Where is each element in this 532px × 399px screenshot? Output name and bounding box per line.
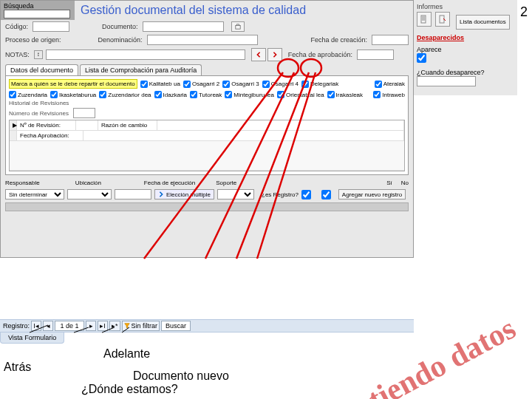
nav-new-record-button[interactable]: ▸*: [109, 321, 120, 331]
titlebar: Búsqueda Gestión documental del sistema …: [1, 1, 413, 20]
notas-label: NOTAS:: [5, 51, 30, 58]
panel-reparto: Marca a quién se le debe repartir el doc…: [5, 75, 409, 175]
si-checkbox[interactable]: [301, 190, 311, 200]
informes-label: Informes: [417, 3, 514, 10]
registro-label: Registro:: [3, 322, 30, 330]
gray-strip: [5, 202, 409, 211]
ck-kalitate[interactable]: Kalitateb ua: [140, 81, 180, 88]
fecha-creacion-label: Fecha de creación:: [310, 36, 367, 44]
aparece-label: Aparece: [417, 46, 514, 53]
cuando-field[interactable]: [417, 76, 476, 86]
report-icon-1[interactable]: [417, 12, 432, 27]
right-panel: Informes Lista documentos Desaparecidos …: [414, 0, 517, 95]
lista-docs-button[interactable]: Lista documentos: [456, 15, 510, 30]
no-checkbox[interactable]: [321, 190, 331, 200]
ck-idazkaria[interactable]: Idazkaria: [154, 91, 187, 98]
aparece-checkbox[interactable]: [417, 53, 426, 63]
documento-label: Documento:: [102, 23, 138, 30]
ck-delegariak[interactable]: Delegariak: [301, 81, 338, 88]
bottom-row: Responsable Ubicación Fecha de ejecución…: [1, 178, 413, 188]
notas-field[interactable]: [46, 50, 245, 60]
nav-first-button[interactable]: I◂: [31, 321, 41, 331]
si-label: Sí: [386, 180, 392, 186]
doc-open-icon[interactable]: [231, 21, 245, 32]
ck-zuzendaria[interactable]: Zuzendaria: [9, 91, 47, 98]
fecha-aprobacion-label: Fecha de aprobación:: [288, 51, 352, 58]
rev-razon-field[interactable]: [157, 120, 404, 130]
row-proceso: Proceso de origen: Denominación: Fecha d…: [1, 33, 413, 47]
fecha-ejec-field[interactable]: [115, 189, 151, 200]
annotation-atras: Atrás: [4, 361, 31, 374]
ck-orientatzai[interactable]: Orientatzai lea: [277, 91, 324, 98]
documento-field[interactable]: [143, 21, 224, 32]
search-area: Búsqueda: [1, 1, 75, 20]
annotation-donde: ¿Dónde estamos?: [81, 383, 178, 396]
row-codigo: Código: Documento:: [1, 20, 413, 33]
filter-button[interactable]: Sin filtrar: [122, 321, 160, 331]
rev-num-label: Nº de Revisión:: [17, 120, 76, 130]
nav-next-record-button[interactable]: ▸: [86, 321, 96, 331]
svg-rect-0: [235, 25, 239, 29]
nav-prev-record-button[interactable]: ◂: [43, 321, 53, 331]
page-number: 2: [520, 4, 528, 20]
rev-fecha-field[interactable]: [83, 131, 404, 140]
ck-irakasleak[interactable]: Irakasleak: [327, 91, 363, 98]
ck-intraweb[interactable]: Intraweb: [373, 91, 405, 98]
ck-osagarri3[interactable]: Osagarri 3: [222, 81, 259, 88]
view-tab[interactable]: Vista Formulario: [0, 332, 64, 344]
buscar-field[interactable]: Buscar: [161, 321, 191, 331]
ubicacion-select[interactable]: [67, 189, 112, 200]
ck-osagarri4[interactable]: Osagarri 4: [262, 81, 299, 88]
rev-grid: ▶ Nº de Revisión: Razón de cambio Fecha …: [9, 120, 405, 171]
mark-text: Marca a quién se le debe repartir el doc…: [9, 79, 137, 89]
responsable-select[interactable]: Sin determinar: [5, 189, 64, 200]
tab-datos[interactable]: Datos del documento: [5, 64, 78, 75]
codigo-field[interactable]: [33, 21, 69, 32]
fecha-creacion-field[interactable]: [372, 35, 409, 45]
rev-num-field[interactable]: [76, 120, 98, 130]
app-window: Búsqueda Gestión documental del sistema …: [0, 0, 414, 258]
record-nav-bar: Registro: I◂ ◂ 1 de 1 ▸ ▸I ▸* Sin filtra…: [0, 319, 414, 332]
ck-zuzendarior[interactable]: Zuzendarior dea: [99, 91, 151, 98]
tab-lista[interactable]: Lista de Comprobación para Auditoría: [80, 64, 202, 75]
ck-ikasketaburua[interactable]: Ikasketaburua: [50, 91, 96, 98]
tabs: Datos del documento Lista de Comprobació…: [5, 64, 409, 75]
soporte-dropdown[interactable]: [217, 189, 254, 200]
row-notas: NOTAS: ↕ Fecha de aprobación:: [1, 47, 413, 63]
ck-mintegiburu[interactable]: Mintegiburu lea: [225, 91, 274, 98]
annotation-doc-nuevo: Documento nuevo: [133, 369, 229, 383]
fecha-ejec-label: Fecha de ejecución: [144, 180, 195, 186]
rev-row-selector[interactable]: ▶: [10, 120, 17, 130]
fecha-aprobacion-field[interactable]: [357, 50, 394, 60]
report-icon-2[interactable]: [435, 12, 450, 27]
denominacion-label: Denominación:: [98, 36, 143, 44]
ubicacion-label: Ubicación: [75, 180, 101, 186]
desaparecidos-link[interactable]: Desaparecidos: [417, 34, 464, 41]
window-title: Gestión documental del sistema de calida…: [75, 4, 413, 17]
responsable-label: Responsable: [5, 180, 40, 186]
ck-tutoreak[interactable]: Tutoreak: [190, 91, 222, 98]
svg-rect-2: [440, 16, 444, 23]
historial-label: Historial de Revisiones: [9, 100, 405, 106]
bottom-row-2: Sin determinar Elección múltiple ¿es Reg…: [1, 188, 413, 201]
agregar-button[interactable]: Agregar nuevo registro: [338, 189, 406, 200]
search-input[interactable]: [4, 10, 70, 18]
nav-next-button[interactable]: [267, 48, 282, 61]
nav-prev-button[interactable]: [251, 48, 266, 61]
annotation-adelante: Adelante: [103, 347, 150, 361]
soporte-label: Soporte: [216, 180, 236, 186]
ck-osagarri2[interactable]: Osagarri 2: [183, 81, 219, 88]
rev-fecha-label: Fecha Aprobación:: [17, 131, 83, 140]
search-label: Búsqueda: [4, 2, 72, 10]
numero-rev-field[interactable]: [73, 108, 95, 118]
numero-rev-label: Número de Revisiones: [9, 110, 69, 117]
ck-ateraiak[interactable]: Ateraiak: [375, 81, 405, 88]
es-registro-label: ¿es Registro?: [262, 191, 299, 198]
notas-toggle[interactable]: ↕: [34, 50, 43, 59]
denominacion-field[interactable]: [147, 35, 258, 45]
codigo-label: Código:: [5, 23, 28, 30]
record-counter: 1 de 1: [55, 321, 84, 331]
soporte-select[interactable]: Elección múltiple: [154, 189, 214, 200]
nav-buttons: [251, 48, 282, 61]
nav-last-button[interactable]: ▸I: [98, 321, 108, 331]
